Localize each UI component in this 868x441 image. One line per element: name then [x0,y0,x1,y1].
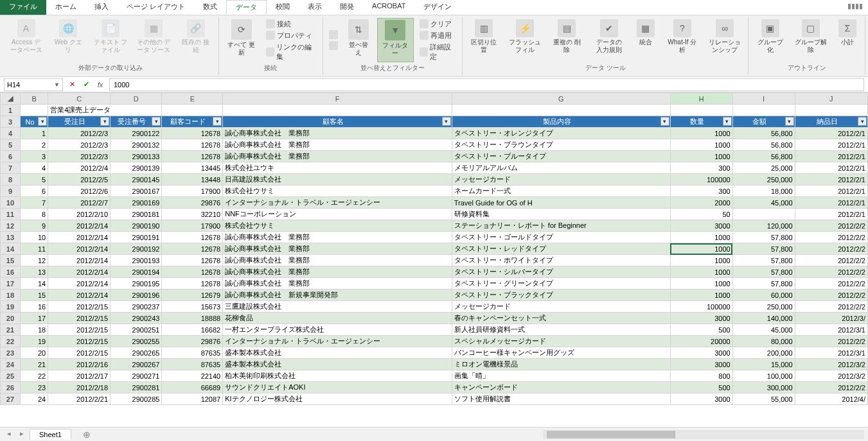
table-header-5[interactable]: 製品内容▾ [452,116,670,128]
row-header-12[interactable]: 12 [1,220,21,232]
table-row[interactable]: 27242012/2/21290028512087KIテクノロジー株式会社ソフト… [1,393,868,405]
btn-validation[interactable]: ✔データの 入力規則 [589,18,628,62]
btn-web[interactable]: 🌐Web クエリ [49,18,87,62]
btn-edit-links[interactable]: リンクの編集 [264,42,319,62]
row-header-4[interactable]: 4 [1,128,21,139]
row-header-19[interactable]: 19 [1,301,21,313]
row-header-26[interactable]: 26 [1,382,21,393]
tab-開発[interactable]: 開発 [331,0,363,15]
col-header-H[interactable]: H [670,93,732,105]
col-header-D[interactable]: D [111,93,162,105]
formula-input[interactable]: 1000 [109,78,864,91]
table-row[interactable]: 19162012/2/15290023715673三鷹建設株式会社メッセージカー… [1,301,868,313]
filter-dropdown-icon[interactable]: ▾ [723,117,732,126]
table-header-8[interactable]: 納品日▾ [795,116,867,128]
table-header-6[interactable]: 数量▾ [670,116,732,128]
filter-dropdown-icon[interactable]: ▾ [785,117,794,126]
table-row[interactable]: 1072012/2/7290016929876インターナショナル・トラベル・エー… [1,197,868,209]
row-header-9[interactable]: 9 [1,186,21,197]
table-row[interactable]: 1292012/2/14290019017900株式会社ウサミステーショナリー・… [1,220,868,232]
user-box[interactable]: ▮▮▮▮ [842,0,868,15]
enter-icon[interactable]: ✔ [81,80,91,89]
worksheet[interactable]: ◢BCDEFGHIJ1営業4課売上データ3No▾受注日▾受注番号▾顧客コード▾顧… [0,92,868,405]
tab-データ[interactable]: データ [226,0,267,15]
col-header-C[interactable]: C [48,93,111,105]
fx-icon[interactable]: fx [95,81,105,89]
row-header-1[interactable]: 1 [1,105,21,116]
btn-remove-dup[interactable]: ▤重複の 削除 [549,18,586,62]
btn-access[interactable]: AAccess データベース [6,18,46,62]
col-header-G[interactable]: G [452,93,670,105]
tab-数式[interactable]: 数式 [194,0,226,15]
table-header-7[interactable]: 金額▾ [732,116,795,128]
row-header-13[interactable]: 13 [1,232,21,243]
tab-校閲[interactable]: 校閲 [267,0,299,15]
table-row[interactable]: 17142012/2/14290019512678誠心商事株式会社 業務部タペス… [1,278,868,290]
tab-挿入[interactable]: 挿入 [85,0,118,15]
table-row[interactable]: 962012/2/6290016717900株式会社ウサミネームカード一式300… [1,186,868,197]
row-header-5[interactable]: 5 [1,139,21,151]
table-row[interactable]: 852012/2/5290014513448日高建設株式会社メッセージカード10… [1,174,868,186]
table-row[interactable]: 24212012/2/16290026787635盛本製本株式会社ミロオン電機様… [1,359,868,370]
table-row[interactable]: 742012/2/4290013913445株式会社ユウキメモリアルアルバム30… [1,162,868,174]
btn-filter[interactable]: ▼フィルター [377,18,414,62]
btn-consolidate[interactable]: ▦統合 [632,18,659,62]
table-row[interactable]: 26232012/2/18290028166689サウンドクリエイトAOKIキャ… [1,382,868,393]
filter-dropdown-icon[interactable]: ▾ [100,117,109,126]
row-header-7[interactable]: 7 [1,162,21,174]
table-row[interactable]: 14112012/2/14290019212678誠心商事株式会社 業務部タペス… [1,243,868,255]
chevron-down-icon[interactable]: ▼ [54,82,60,88]
col-header-F[interactable]: F [223,93,452,105]
row-header-20[interactable]: 20 [1,313,21,324]
add-sheet-button[interactable]: ⊕ [74,428,100,441]
filter-dropdown-icon[interactable]: ▾ [152,117,161,126]
row-header-17[interactable]: 17 [1,278,21,290]
col-header-B[interactable]: B [20,93,48,105]
btn-existing[interactable]: 🔗既存の 接続 [177,18,215,62]
row-header-22[interactable]: 22 [1,336,21,347]
horizontal-scrollbar[interactable] [543,430,864,439]
btn-relationships[interactable]: ∞リレーションシップ [705,18,745,62]
table-header-0[interactable]: No▾ [20,116,48,128]
btn-connections[interactable]: 接続 [264,19,319,30]
row-header-3[interactable]: 3 [1,116,21,128]
table-header-3[interactable]: 顧客コード▾ [162,116,223,128]
btn-group[interactable]: ▣グループ化 [752,18,787,62]
sheet-nav-first[interactable]: ◂ [4,429,14,440]
col-header-J[interactable]: J [795,93,867,105]
btn-reapply[interactable]: 再適用 [418,30,458,41]
filter-dropdown-icon[interactable]: ▾ [858,117,867,126]
cancel-icon[interactable]: ✕ [67,80,77,89]
tab-ホーム[interactable]: ホーム [46,0,85,15]
tab-ACROBAT[interactable]: ACROBAT [363,0,414,15]
table-row[interactable]: 21182012/2/15290025116682一村エンタープライズ株式会社新… [1,324,868,336]
tab-ファイル[interactable]: ファイル [0,0,46,15]
tab-表示[interactable]: 表示 [299,0,331,15]
table-row[interactable]: 1182012/2/10290018132210NNFコーポレーション研修資料集… [1,209,868,220]
table-row[interactable]: 13102012/2/14290019112678誠心商事株式会社 業務部タペス… [1,232,868,243]
table-row[interactable]: 22192012/2/15290025529876インターナショナル・トラベル・… [1,336,868,347]
table-row[interactable]: 16132012/2/14290019412678誠心商事株式会社 業務部タペス… [1,266,868,278]
btn-advanced[interactable]: 詳細設定 [418,42,458,62]
btn-whatif[interactable]: ?What-If 分析 [663,18,702,62]
row-header-25[interactable]: 25 [1,370,21,382]
name-box[interactable]: H14▼ [4,78,63,91]
row-header-14[interactable]: 14 [1,243,21,255]
row-header-6[interactable]: 6 [1,151,21,162]
btn-sort[interactable]: ⇅並べ替え [344,18,373,62]
table-header-1[interactable]: 受注日▾ [48,116,111,128]
table-row[interactable]: 20172012/2/15290024318888花柳食品春のキャンペーンセット… [1,313,868,324]
col-header-E[interactable]: E [162,93,223,105]
table-row[interactable]: 23202012/2/15290026587635盛本製本株式会社バンコーヒー様… [1,347,868,359]
filter-dropdown-icon[interactable]: ▾ [442,117,451,126]
sheet-tab[interactable]: Sheet1 [30,429,71,440]
table-row[interactable]: 522012/2/3290013212678誠心商事株式会社 業務部タペストリー… [1,139,868,151]
row-header-21[interactable]: 21 [1,324,21,336]
tab-デザイン[interactable]: デザイン [414,0,461,15]
row-header-16[interactable]: 16 [1,266,21,278]
filter-dropdown-icon[interactable]: ▾ [38,117,47,126]
row-header-27[interactable]: 27 [1,393,21,405]
btn-text-to-col[interactable]: ▥区切り位置 [466,18,502,62]
col-header-I[interactable]: I [732,93,795,105]
select-all[interactable]: ◢ [1,93,21,105]
